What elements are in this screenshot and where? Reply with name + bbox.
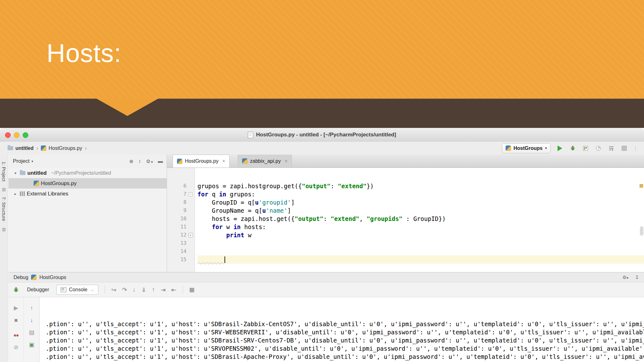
code-line-9[interactable]: GroupName = q[u'name'] bbox=[197, 206, 644, 215]
gear-icon[interactable]: ⚙▾ bbox=[146, 158, 153, 164]
code-line-14[interactable] bbox=[197, 247, 644, 255]
code-line-12[interactable]: print w bbox=[197, 231, 644, 239]
tab-console[interactable]: Console→ bbox=[56, 285, 98, 295]
gear-icon[interactable]: ⚙▾ bbox=[622, 275, 628, 280]
line-number: 10 bbox=[167, 215, 186, 223]
drop-frame-icon[interactable]: ⇤ bbox=[171, 286, 176, 293]
console-output[interactable]: .ption': u'', u'tls_accept': u'1', u'hos… bbox=[40, 297, 644, 362]
fold-strip bbox=[186, 206, 194, 215]
code-line-10[interactable]: hosts = zapi.host.get({"output": "extend… bbox=[197, 215, 644, 223]
step-into-icon[interactable]: ↓ bbox=[133, 286, 136, 293]
line-number: 11 bbox=[167, 223, 186, 231]
editor-gutter[interactable]: 67−89101112▸131415 bbox=[167, 168, 195, 272]
scrollbar-thumb[interactable] bbox=[640, 226, 643, 236]
error-stripe[interactable] bbox=[639, 168, 644, 272]
step-over-icon[interactable]: ↷ bbox=[122, 286, 127, 293]
structure-tool-button[interactable]: 7: Structure bbox=[1, 197, 7, 222]
code-line-15[interactable] bbox=[197, 255, 644, 264]
chevron-down-icon[interactable]: ▾ bbox=[31, 159, 33, 163]
down-stack-icon[interactable]: ↓ bbox=[30, 317, 33, 323]
breadcrumb-item-untitled[interactable]: untitled bbox=[8, 145, 34, 151]
gutter-line: 9 bbox=[167, 206, 195, 215]
console-line: .ption': u'', u'tls_accept': u'1', u'hos… bbox=[46, 336, 644, 344]
tree-item-untitled[interactable]: ▾untitled~/PycharmProjects/untitled bbox=[8, 168, 167, 178]
mute-breakpoints-icon[interactable]: ⊘ bbox=[14, 344, 18, 350]
project-panel-title[interactable]: Project bbox=[13, 158, 30, 164]
code-token: w bbox=[223, 223, 233, 230]
gutter-marker-icon[interactable]: ▸ bbox=[188, 233, 193, 238]
run-button[interactable] bbox=[556, 145, 564, 152]
code-token: for bbox=[197, 191, 208, 198]
code-token: w bbox=[244, 232, 252, 239]
coverage-button[interactable] bbox=[582, 145, 589, 152]
stop-icon[interactable]: ■ bbox=[14, 317, 18, 323]
debug-header: Debug HostGroups ⚙▾ ↧ bbox=[8, 272, 644, 282]
code-line-13[interactable] bbox=[197, 239, 644, 247]
python-file-icon bbox=[31, 275, 36, 280]
rerun-icon[interactable]: ▶ bbox=[14, 305, 18, 311]
locate-icon[interactable]: ⊕ bbox=[129, 158, 133, 164]
hide-tool-window-icon[interactable]: ↧ bbox=[635, 275, 639, 280]
titlebar[interactable]: HostGroups.py - untitled - [~/PycharmPro… bbox=[0, 128, 644, 142]
tree-item-external-libraries[interactable]: ▸External Libraries bbox=[8, 189, 167, 199]
run-to-cursor-icon[interactable]: ⇥ bbox=[161, 286, 166, 293]
debug-config-label: HostGroups bbox=[39, 275, 66, 280]
favorites-icon[interactable]: ▤ bbox=[2, 187, 6, 192]
scroll-from-source-icon[interactable]: ↕ bbox=[138, 158, 141, 164]
toolbar-overflow-icon[interactable]: ⋮ bbox=[633, 145, 638, 151]
collapse-arrow-icon[interactable]: ▾ bbox=[13, 171, 18, 175]
run-controls: HostGroups ▾ bbox=[502, 143, 644, 153]
code-line-11[interactable]: for w in hosts: bbox=[197, 223, 644, 231]
tab-hostgroups-py[interactable]: HostGroups.py× bbox=[173, 155, 230, 167]
view-breakpoints-icon[interactable] bbox=[14, 333, 19, 338]
code-token: : bbox=[330, 183, 338, 189]
libraries-icon bbox=[20, 191, 21, 196]
window-title: HostGroups.py - untitled - [~/PycharmPro… bbox=[256, 132, 396, 138]
debug-button[interactable] bbox=[569, 145, 576, 152]
tree-item-hostgroups-py[interactable]: HostGroups.py bbox=[8, 178, 167, 189]
fold-strip bbox=[186, 198, 194, 206]
code-token: hosts = zapi.host.get({ bbox=[197, 215, 295, 222]
force-step-into-icon[interactable]: ⇓ bbox=[141, 286, 146, 293]
line-number: 15 bbox=[167, 255, 186, 264]
console-line: .ption': u'', u'tls_accept': u'1', u'hos… bbox=[46, 328, 644, 336]
code-area[interactable]: grupos = zapi.hostgroup.get({"output": "… bbox=[195, 168, 644, 264]
show-execution-point-icon[interactable]: ↪ bbox=[111, 286, 116, 293]
profiler-button[interactable] bbox=[595, 145, 602, 152]
close-tab-icon[interactable]: × bbox=[285, 158, 287, 164]
tree-item-label: untitled bbox=[27, 170, 47, 176]
evaluate-expression-icon[interactable]: ▦ bbox=[189, 286, 195, 293]
warning-mark-icon[interactable] bbox=[640, 184, 643, 188]
code-token: : GroupID}) bbox=[402, 215, 446, 222]
project-tool-button[interactable]: 1: Project bbox=[1, 162, 7, 183]
scratches-icon[interactable]: ▥ bbox=[2, 227, 6, 232]
navigation-bar: untitled›HostGroups.py› HostGroups ▾ bbox=[0, 142, 644, 155]
soft-wrap-icon[interactable]: ▤ bbox=[29, 329, 34, 336]
code-token: : bbox=[323, 215, 330, 222]
fold-marker-icon[interactable]: − bbox=[188, 192, 192, 196]
code-token: u bbox=[262, 207, 266, 214]
breadcrumb-item-hostgroups-py[interactable]: HostGroups.py bbox=[41, 145, 82, 151]
expand-arrow-icon[interactable]: ▸ bbox=[13, 192, 18, 196]
close-tab-icon[interactable]: × bbox=[222, 158, 225, 164]
code-token: u bbox=[255, 199, 258, 206]
step-out-icon[interactable]: ↑ bbox=[152, 286, 155, 293]
code-line-6[interactable]: grupos = zapi.hostgroup.get({"output": "… bbox=[197, 182, 644, 190]
tab-debugger[interactable]: Debugger bbox=[23, 285, 53, 294]
console-line: .ption': u'', u'tls_accept': u'1', u'hos… bbox=[46, 320, 644, 328]
run-config-select[interactable]: HostGroups ▾ bbox=[502, 143, 551, 153]
run-configurations-button[interactable] bbox=[608, 145, 615, 152]
code-line-8[interactable]: GroupID = q[u'groupid'] bbox=[197, 198, 644, 206]
slide-banner: Hosts: bbox=[0, 0, 644, 99]
project-tree: ▾untitled~/PycharmProjects/untitledHostG… bbox=[8, 168, 167, 199]
stop-button[interactable] bbox=[620, 145, 628, 152]
up-stack-icon[interactable]: ↑ bbox=[30, 305, 33, 311]
code-token: "groupids" bbox=[367, 215, 402, 222]
code-line-7[interactable]: for q in grupos: bbox=[197, 190, 644, 198]
tab-zabbix-api-py[interactable]: zabbix_api.py× bbox=[238, 155, 292, 167]
hide-panel-icon[interactable]: ▬ bbox=[158, 158, 163, 164]
fold-strip bbox=[186, 255, 194, 264]
code-token: }) bbox=[367, 183, 374, 189]
chevron-right-icon: › bbox=[36, 145, 38, 151]
restore-layout-icon[interactable]: ▣ bbox=[29, 342, 34, 348]
